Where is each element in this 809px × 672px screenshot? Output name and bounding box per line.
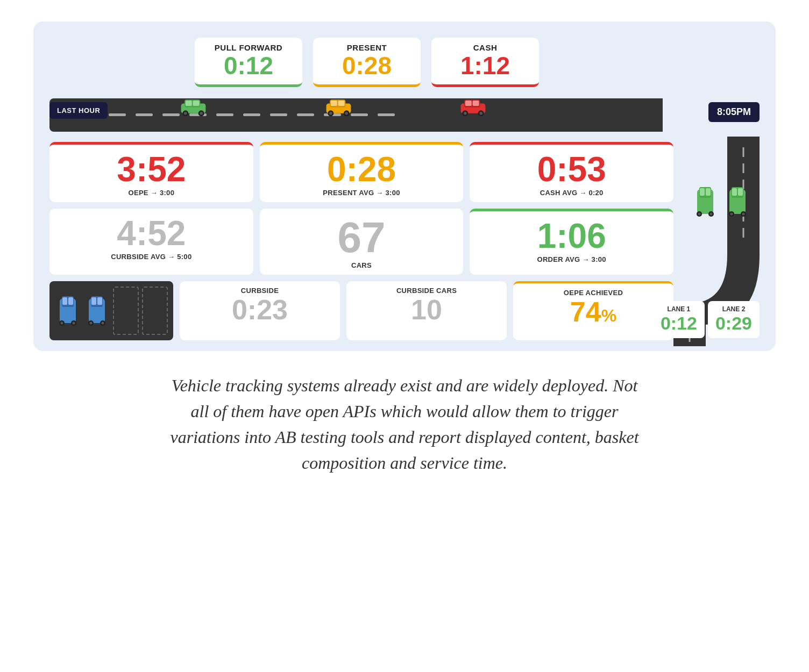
road-dashes (82, 113, 652, 116)
svg-point-13 (329, 112, 332, 115)
lane-car-2-icon (726, 185, 749, 218)
small-cards-row: CURBSIDE 0:23 CURBSIDE CARS 10 OEPE ACHI… (180, 281, 673, 340)
svg-point-7 (200, 112, 203, 115)
dash (162, 113, 180, 116)
top-metrics-row: PULL FORWARD 0:12 PRESENT 0:28 CASH 1:12 (49, 38, 760, 87)
lane1-label: LANE 1 (661, 305, 697, 313)
dash (136, 113, 153, 116)
svg-rect-46 (700, 188, 705, 196)
present-avg-label: PRESENT AVG → 3:00 (269, 189, 454, 197)
main-area: 3:52 OEPE → 3:00 0:28 PRESENT AVG → 3:00… (49, 142, 760, 340)
lane-car-1 (694, 185, 716, 220)
parking-spot-3 (113, 287, 139, 335)
dash (270, 113, 287, 116)
svg-point-15 (345, 112, 348, 115)
car-green (179, 96, 208, 122)
oepe-card: 3:52 OEPE → 3:00 (49, 142, 253, 202)
svg-rect-47 (706, 188, 711, 196)
lane-car-2 (726, 185, 749, 220)
svg-point-59 (742, 213, 745, 216)
present-label: PRESENT (329, 43, 404, 52)
cash-value: 1:12 (448, 53, 523, 78)
car-green-icon (179, 96, 208, 117)
metrics-row-1: 3:52 OEPE → 3:00 0:28 PRESENT AVG → 3:00… (49, 142, 673, 202)
cash-card: CASH 1:12 (431, 38, 539, 87)
svg-point-5 (184, 112, 187, 115)
parked-car-1-icon (56, 294, 79, 327)
metrics-row-2: 4:52 CURBSIDE AVG → 5:00 67 CARS 1:06 OR… (49, 209, 673, 275)
lane2-value: 0:29 (715, 313, 752, 334)
svg-rect-26 (62, 297, 67, 305)
dashboard: PULL FORWARD 0:12 PRESENT 0:28 CASH 1:12 (33, 22, 776, 351)
present-avg-value: 0:28 (269, 152, 454, 187)
last-hour-badge: LAST HOUR (49, 102, 108, 119)
parked-car-2-icon (86, 294, 108, 327)
present-card: PRESENT 0:28 (313, 38, 421, 87)
dash (378, 113, 395, 116)
car-red-icon (458, 96, 488, 117)
parking-spot-1 (55, 287, 81, 335)
lane2-card: LANE 2 0:29 (708, 301, 760, 338)
svg-point-29 (61, 322, 63, 325)
cash-avg-label: CASH AVG → 0:20 (479, 189, 664, 197)
cars-card: 67 CARS (260, 209, 464, 275)
oepe-percent-suffix: % (601, 306, 616, 325)
road-curve-area: LANE 1 0:12 LANE 2 0:29 (673, 142, 760, 340)
svg-point-51 (710, 213, 713, 216)
svg-point-49 (698, 213, 701, 216)
parking-spot-2 (84, 287, 110, 335)
parking-area (49, 281, 173, 340)
svg-rect-10 (331, 101, 337, 106)
svg-rect-18 (465, 101, 472, 106)
order-avg-label: ORDER AVG → 3:00 (479, 255, 664, 263)
curbside-avg-value: 4:52 (59, 216, 244, 251)
lane2-label: LANE 2 (715, 305, 752, 313)
curbside-sm-value: 0:23 (187, 296, 332, 324)
order-avg-card: 1:06 ORDER AVG → 3:00 (470, 209, 673, 275)
pull-forward-card: PULL FORWARD 0:12 (195, 38, 302, 87)
dash (216, 113, 233, 116)
cash-label: CASH (448, 43, 523, 52)
dash (243, 113, 260, 116)
svg-rect-35 (97, 297, 102, 305)
car-red (458, 96, 488, 122)
oepe-label: OEPE → 3:00 (59, 189, 244, 197)
lane1-card: LANE 1 0:12 (653, 301, 705, 338)
cash-avg-card: 0:53 CASH AVG → 0:20 (470, 142, 673, 202)
road-section: LAST HOUR 8:05PM (49, 90, 760, 139)
dash (297, 113, 314, 116)
svg-point-23 (479, 112, 482, 115)
car-orange (324, 96, 353, 122)
footer-text: Vehicle tracking systems already exist a… (162, 373, 647, 476)
oepe-achieved-value: 74% (521, 298, 666, 326)
curbside-card: CURBSIDE 0:23 (180, 281, 340, 340)
cars-label: CARS (269, 261, 454, 269)
oepe-achieved-label: OEPE ACHIEVED (521, 289, 666, 297)
curbside-cars-sm-value: 10 (354, 296, 499, 324)
pull-forward-value: 0:12 (211, 53, 286, 78)
pull-forward-label: PULL FORWARD (211, 43, 286, 52)
parking-spot-4 (142, 287, 168, 335)
curbside-avg-card: 4:52 CURBSIDE AVG → 5:00 (49, 209, 253, 275)
oepe-value: 3:52 (59, 152, 244, 187)
svg-rect-3 (193, 101, 200, 106)
footer-italic: Vehicle tracking systems already exist a… (170, 376, 638, 473)
svg-rect-27 (68, 297, 73, 305)
svg-point-21 (464, 112, 467, 115)
present-value: 0:28 (329, 53, 404, 78)
time-badge: 8:05PM (708, 102, 760, 122)
svg-rect-54 (732, 188, 737, 196)
present-avg-card: 0:28 PRESENT AVG → 3:00 (260, 142, 464, 202)
cash-avg-value: 0:53 (479, 152, 664, 187)
curbside-cars-sm-label: CURBSIDE CARS (354, 287, 499, 295)
oepe-achieved-card: OEPE ACHIEVED 74% (513, 281, 673, 340)
svg-point-31 (73, 322, 75, 325)
lane1-value: 0:12 (661, 313, 697, 334)
left-metrics: 3:52 OEPE → 3:00 0:28 PRESENT AVG → 3:00… (49, 142, 673, 340)
car-orange-icon (324, 96, 353, 117)
bottom-row: CURBSIDE 0:23 CURBSIDE CARS 10 OEPE ACHI… (49, 281, 673, 340)
lane-car-1-icon (694, 185, 716, 218)
svg-rect-19 (473, 101, 479, 106)
svg-rect-55 (738, 188, 743, 196)
curbside-sm-label: CURBSIDE (187, 287, 332, 295)
